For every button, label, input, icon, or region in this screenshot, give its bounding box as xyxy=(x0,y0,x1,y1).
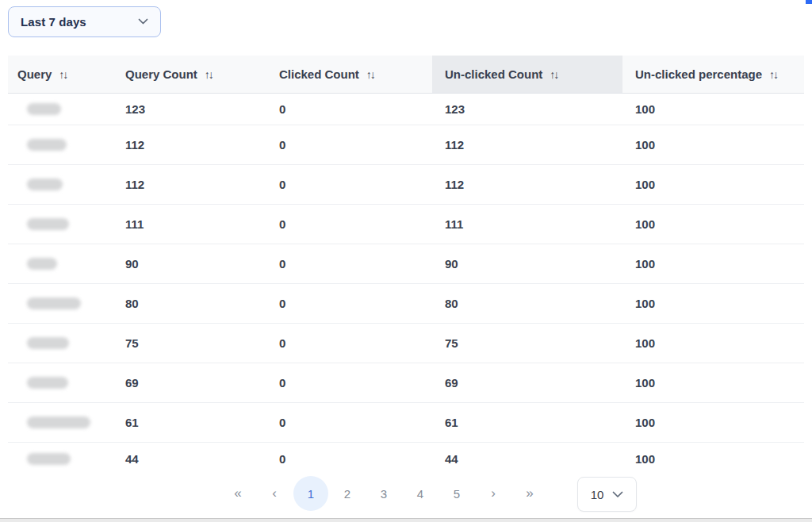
filter-bar: Last 7 days xyxy=(8,6,161,37)
corner-accent-element xyxy=(806,0,812,4)
unclicked-count-cell: 75 xyxy=(432,336,622,350)
pagination-first-button[interactable]: « xyxy=(220,474,256,512)
sort-arrows-icon: ↑↓ xyxy=(366,69,374,80)
unclicked-count-cell: 111 xyxy=(432,217,622,231)
column-label: Query Count xyxy=(125,67,197,81)
table-row: 44 0 44 100 xyxy=(8,443,804,474)
redacted-query-text xyxy=(27,337,69,349)
query-count-cell: 112 xyxy=(116,138,270,152)
sort-arrows-icon: ↑↓ xyxy=(59,69,67,80)
table-row: 61 0 61 100 xyxy=(8,403,804,443)
query-cell xyxy=(8,258,116,270)
unclicked-count-cell: 112 xyxy=(432,138,622,152)
pagination-page-3[interactable]: 3 xyxy=(366,474,402,512)
table-row: 112 0 112 100 xyxy=(8,165,804,205)
column-header-unclicked-count[interactable]: Un-clicked Count ↑↓ xyxy=(432,56,622,93)
column-label: Un-clicked percentage xyxy=(635,67,762,81)
table-row: 80 0 80 100 xyxy=(8,284,804,324)
query-count-cell: 90 xyxy=(116,257,270,271)
unclicked-percentage-cell: 100 xyxy=(622,376,804,390)
clicked-count-cell: 0 xyxy=(270,138,432,152)
unclicked-count-cell: 90 xyxy=(432,257,622,271)
clicked-count-cell: 0 xyxy=(270,297,432,310)
unclicked-count-cell: 80 xyxy=(432,297,622,310)
table-header-row: Query ↑↓ Query Count ↑↓ Clicked Count ↑↓… xyxy=(8,56,804,94)
pagination-page-4[interactable]: 4 xyxy=(402,474,439,512)
unclicked-percentage-cell: 100 xyxy=(622,452,804,466)
redacted-query-text xyxy=(27,453,71,465)
redacted-query-text xyxy=(27,178,63,190)
query-cell xyxy=(8,337,116,349)
pagination-page-1[interactable]: 1 xyxy=(293,476,328,511)
date-range-value: Last 7 days xyxy=(21,15,86,29)
column-label: Query xyxy=(17,67,52,81)
column-header-clicked-count[interactable]: Clicked Count ↑↓ xyxy=(270,56,432,93)
table-row: 69 0 69 100 xyxy=(8,363,804,403)
query-cell xyxy=(8,453,116,465)
redacted-query-text xyxy=(27,416,90,428)
pagination-prev-button[interactable]: ‹ xyxy=(256,474,293,512)
query-analytics-table: Query ↑↓ Query Count ↑↓ Clicked Count ↑↓… xyxy=(8,56,804,474)
sort-arrows-icon: ↑↓ xyxy=(550,69,557,80)
clicked-count-cell: 0 xyxy=(270,376,432,390)
column-label: Clicked Count xyxy=(279,67,359,81)
pagination-page-2[interactable]: 2 xyxy=(329,474,366,512)
table-row: 111 0 111 100 xyxy=(8,205,804,244)
pagination: « ‹ 1 2 3 4 5 › » 10 xyxy=(220,474,637,512)
clicked-count-cell: 0 xyxy=(270,102,432,116)
query-count-cell: 61 xyxy=(116,416,270,429)
column-header-query[interactable]: Query ↑↓ xyxy=(8,56,116,93)
query-cell xyxy=(8,218,116,230)
query-count-cell: 80 xyxy=(116,297,270,310)
clicked-count-cell: 0 xyxy=(270,257,432,271)
clicked-count-cell: 0 xyxy=(270,336,432,350)
unclicked-count-cell: 69 xyxy=(432,376,622,390)
sort-arrows-icon: ↑↓ xyxy=(205,69,213,80)
chevron-down-icon xyxy=(138,18,148,25)
clicked-count-cell: 0 xyxy=(270,452,432,466)
unclicked-count-cell: 61 xyxy=(432,416,622,429)
page-size-value: 10 xyxy=(591,488,604,501)
query-count-cell: 69 xyxy=(116,376,270,390)
redacted-query-text xyxy=(27,103,61,115)
column-label: Un-clicked Count xyxy=(445,67,542,81)
query-cell xyxy=(8,103,116,115)
table-row: 75 0 75 100 xyxy=(8,324,804,363)
redacted-query-text xyxy=(27,139,67,151)
unclicked-percentage-cell: 100 xyxy=(622,416,804,429)
query-count-cell: 111 xyxy=(116,217,270,231)
pagination-next-button[interactable]: › xyxy=(475,474,511,512)
redacted-query-text xyxy=(27,218,69,230)
query-count-cell: 112 xyxy=(116,178,270,191)
query-cell xyxy=(8,297,116,309)
unclicked-count-cell: 44 xyxy=(432,452,622,466)
query-cell xyxy=(8,139,116,151)
page-size-select[interactable]: 10 xyxy=(577,477,637,512)
query-cell xyxy=(8,416,116,428)
unclicked-percentage-cell: 100 xyxy=(622,217,804,231)
query-cell xyxy=(8,377,116,389)
redacted-query-text xyxy=(27,258,57,270)
redacted-query-text xyxy=(27,377,68,389)
unclicked-percentage-cell: 100 xyxy=(622,178,804,191)
bottom-edge-strip xyxy=(0,518,812,522)
clicked-count-cell: 0 xyxy=(270,217,432,231)
column-header-unclicked-percentage[interactable]: Un-clicked percentage ↑↓ xyxy=(622,56,804,93)
table-row: 90 0 90 100 xyxy=(8,244,804,284)
table-row: 123 0 123 100 xyxy=(8,94,804,125)
unclicked-percentage-cell: 100 xyxy=(622,102,804,116)
pagination-page-5[interactable]: 5 xyxy=(439,474,475,512)
date-range-select[interactable]: Last 7 days xyxy=(8,6,161,37)
chevron-down-icon xyxy=(612,491,623,498)
sort-arrows-icon: ↑↓ xyxy=(769,69,777,80)
table-row: 112 0 112 100 xyxy=(8,125,804,165)
query-cell xyxy=(8,178,116,190)
redacted-query-text xyxy=(27,297,81,309)
pagination-last-button[interactable]: » xyxy=(511,474,548,512)
clicked-count-cell: 0 xyxy=(270,416,432,429)
unclicked-percentage-cell: 100 xyxy=(622,336,804,350)
unclicked-percentage-cell: 100 xyxy=(622,138,804,152)
column-header-query-count[interactable]: Query Count ↑↓ xyxy=(116,56,270,93)
unclicked-count-cell: 123 xyxy=(432,102,622,116)
unclicked-percentage-cell: 100 xyxy=(622,257,804,271)
